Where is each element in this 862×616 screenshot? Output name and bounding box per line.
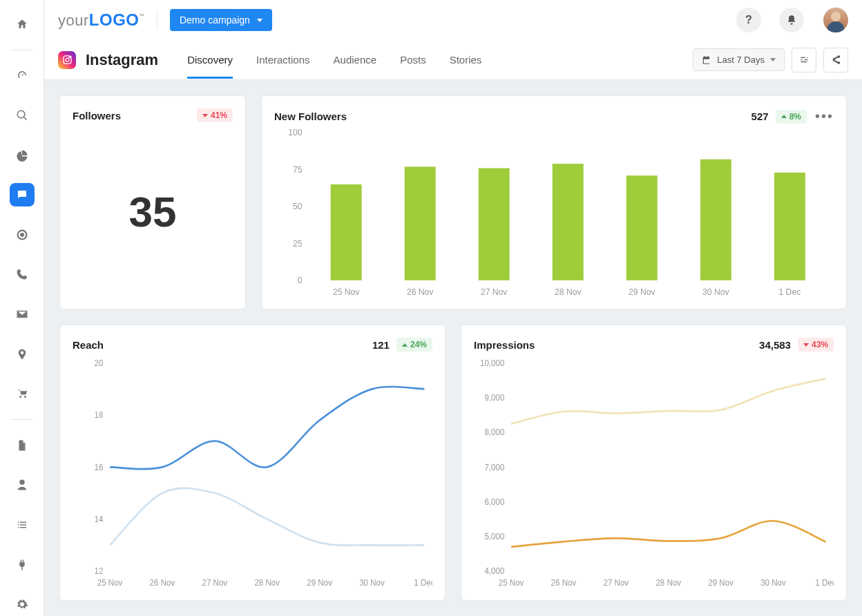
svg-text:27 Nov: 27 Nov [604, 578, 629, 588]
followers-value: 35 [73, 122, 233, 300]
svg-point-1 [66, 58, 69, 61]
svg-text:28 Nov: 28 Nov [254, 578, 280, 588]
svg-rect-14 [553, 164, 584, 280]
impressions-chart: 4,0005,0006,0007,0008,0009,00010,00025 N… [474, 356, 834, 592]
svg-text:28 Nov: 28 Nov [555, 287, 582, 297]
delta-badge: 24% [396, 338, 432, 352]
svg-rect-18 [700, 160, 731, 280]
caret-down-icon [770, 58, 776, 61]
svg-text:29 Nov: 29 Nov [307, 578, 332, 588]
svg-text:25 Nov: 25 Nov [333, 287, 360, 297]
card-title: Impressions [474, 339, 535, 351]
share-button[interactable] [823, 48, 848, 73]
svg-text:6,000: 6,000 [484, 497, 504, 507]
svg-text:50: 50 [293, 202, 303, 211]
page-title: Instagram [86, 51, 158, 69]
tab-stories[interactable]: Stories [450, 41, 482, 78]
svg-text:4,000: 4,000 [484, 566, 504, 577]
chat-icon[interactable] [10, 183, 35, 206]
svg-text:1 Dec: 1 Dec [778, 287, 801, 297]
card-impressions: Impressions 34,583 43% 4,0005,0006,0007,… [461, 325, 847, 601]
svg-text:25 Nov: 25 Nov [499, 578, 524, 588]
tab-interactions[interactable]: Interactions [256, 41, 310, 78]
phone-icon[interactable] [10, 263, 35, 287]
svg-text:75: 75 [293, 165, 303, 175]
svg-text:27 Nov: 27 Nov [481, 287, 508, 297]
user-icon[interactable] [10, 474, 35, 497]
tabs: Discovery Interactions Audience Posts St… [187, 41, 481, 78]
svg-text:25 Nov: 25 Nov [97, 578, 123, 588]
date-range-picker[interactable]: Last 7 Days [693, 48, 785, 71]
gear-icon[interactable] [10, 593, 35, 616]
content: Followers 41% 35 New Followers 527 8% ••… [44, 80, 862, 616]
svg-text:14: 14 [95, 514, 104, 524]
new-followers-value: 527 [751, 110, 769, 122]
delta-value: 43% [812, 340, 828, 349]
delta-badge: 8% [776, 110, 807, 124]
impressions-value: 34,583 [759, 339, 791, 351]
svg-point-2 [69, 57, 70, 57]
pin-icon[interactable] [10, 343, 35, 366]
svg-text:26 Nov: 26 Nov [407, 287, 434, 297]
settings-sliders-button[interactable] [792, 48, 816, 73]
list-icon[interactable] [10, 513, 35, 537]
home-icon[interactable] [10, 12, 35, 36]
more-menu-icon[interactable]: ••• [815, 108, 834, 124]
gauge-icon[interactable] [10, 64, 35, 88]
notifications-button[interactable] [779, 8, 804, 32]
delta-badge: 43% [798, 338, 834, 352]
sidebar-divider [11, 419, 33, 420]
delta-value: 8% [789, 112, 801, 122]
card-followers: Followers 41% 35 [59, 95, 246, 309]
svg-text:29 Nov: 29 Nov [629, 287, 655, 297]
svg-text:25: 25 [293, 239, 303, 249]
logo-tm: ™ [139, 13, 144, 18]
svg-text:10,000: 10,000 [480, 358, 505, 368]
help-button[interactable]: ? [736, 8, 761, 32]
triangle-down-icon [803, 343, 809, 347]
file-icon[interactable] [10, 434, 35, 457]
instagram-icon [58, 51, 76, 69]
svg-text:30 Nov: 30 Nov [359, 578, 385, 588]
svg-text:7,000: 7,000 [484, 462, 504, 472]
svg-text:30 Nov: 30 Nov [760, 578, 786, 588]
target-icon[interactable] [10, 223, 35, 247]
tab-posts[interactable]: Posts [400, 41, 426, 78]
svg-text:30 Nov: 30 Nov [702, 287, 729, 297]
svg-text:5,000: 5,000 [484, 532, 504, 542]
svg-text:1 Dec: 1 Dec [815, 578, 834, 588]
logo-light: your [58, 12, 89, 29]
tab-discovery[interactable]: Discovery [187, 41, 233, 78]
tabbar: Instagram Discovery Interactions Audienc… [44, 40, 862, 80]
svg-text:20: 20 [95, 358, 104, 368]
svg-text:26 Nov: 26 Nov [150, 578, 175, 588]
svg-text:16: 16 [95, 462, 104, 472]
svg-text:12: 12 [95, 566, 104, 577]
plug-icon[interactable] [10, 553, 35, 577]
pie-icon[interactable] [10, 144, 35, 167]
svg-text:8,000: 8,000 [484, 427, 504, 438]
mail-icon[interactable] [10, 302, 35, 326]
logo: yourLOGO™ [58, 10, 144, 30]
svg-text:18: 18 [95, 410, 104, 421]
delta-value: 41% [211, 110, 227, 120]
search-icon[interactable] [10, 104, 35, 127]
svg-rect-8 [331, 184, 362, 280]
svg-rect-20 [774, 173, 805, 280]
avatar[interactable] [823, 8, 848, 32]
svg-text:100: 100 [288, 128, 302, 137]
card-new-followers: New Followers 527 8% ••• 025507510025 No… [261, 95, 847, 309]
date-range-label: Last 7 Days [717, 55, 765, 65]
svg-text:29 Nov: 29 Nov [708, 578, 734, 588]
caret-down-icon [257, 19, 262, 22]
svg-rect-16 [626, 175, 658, 280]
reach-value: 121 [372, 339, 390, 351]
svg-rect-10 [405, 166, 436, 280]
divider [157, 10, 157, 30]
logo-bold: LOGO [89, 10, 140, 29]
campaign-dropdown[interactable]: Demo campaign [170, 9, 272, 31]
svg-text:28 Nov: 28 Nov [655, 578, 681, 588]
svg-text:9,000: 9,000 [484, 393, 504, 403]
cart-icon[interactable] [10, 382, 35, 405]
tab-audience[interactable]: Audience [334, 41, 377, 78]
